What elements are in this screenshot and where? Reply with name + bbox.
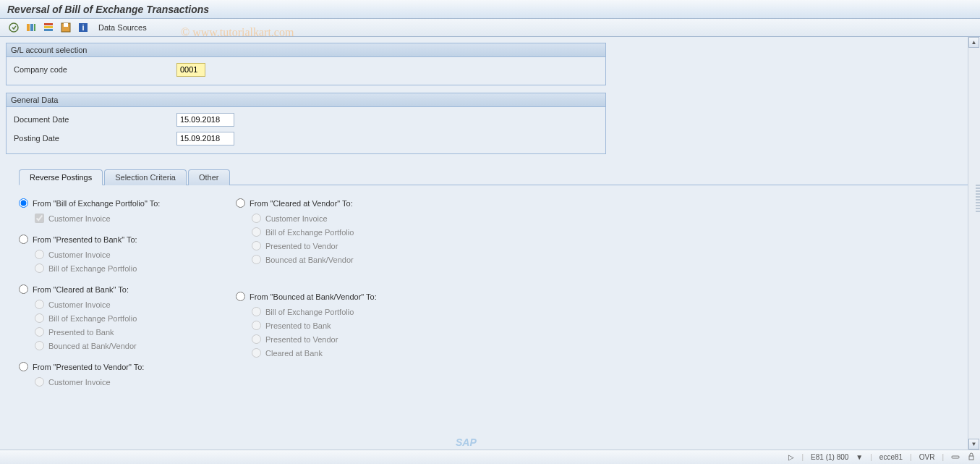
from-cleared-bank-label: From "Cleared at Bank" To:: [33, 285, 129, 294]
execute-icon[interactable]: [7, 21, 20, 34]
from-portfolio-block: From "Bill of Exchange Portfolio" To: Cu…: [19, 198, 236, 223]
from-bounced-block: From "Bounced at Bank/Vendor" To: Bill o…: [236, 292, 453, 358]
from-presented-vendor-radio[interactable]: [19, 362, 28, 371]
data-sources-button[interactable]: Data Sources: [94, 22, 151, 33]
svg-rect-8: [64, 23, 68, 27]
pb-opt-0: Customer Invoice: [48, 250, 111, 259]
cb-opt-2-radio: [35, 327, 44, 337]
from-bounced-radio[interactable]: [236, 292, 245, 301]
tab-strip: Reverse Postings Selection Criteria Othe…: [6, 169, 974, 398]
from-presented-bank-label: From "Presented to Bank" To:: [33, 235, 137, 244]
from-presented-vendor-block: From "Presented to Vendor" To: Customer …: [19, 362, 236, 387]
status-link-icon[interactable]: [951, 452, 960, 463]
scroll-down-arrow[interactable]: ▼: [968, 439, 979, 450]
dynamic-selections-icon[interactable]: [42, 21, 55, 34]
status-server: ecce81: [879, 453, 903, 461]
page-title: Reversal of Bill of Exchange Transaction…: [7, 4, 973, 15]
company-code-input[interactable]: [176, 63, 205, 77]
document-date-input[interactable]: [176, 113, 234, 127]
save-icon[interactable]: [59, 21, 72, 34]
cb-opt-3: Bounced at Bank/Vendor: [48, 342, 137, 350]
cv-opt-0: Customer Invoice: [265, 214, 328, 223]
svg-rect-5: [44, 26, 53, 28]
from-portfolio-radio[interactable]: [19, 198, 28, 208]
variant-icon[interactable]: [25, 21, 38, 34]
svg-rect-11: [952, 456, 959, 458]
cv-opt-0-radio: [252, 214, 261, 223]
cv-opt-3-radio: [252, 255, 261, 264]
from-cleared-vendor-block: From "Cleared at Vendor" To: Customer In…: [236, 198, 453, 264]
gl-account-group: G/L account selection Company code: [6, 43, 606, 85]
from-bounced-label: From "Bounced at Bank/Vendor" To:: [250, 292, 377, 301]
cv-opt-1-radio: [252, 227, 261, 237]
cv-opt-1: Bill of Exchange Portfolio: [265, 228, 354, 237]
from-portfolio-label: From "Bill of Exchange Portfolio" To:: [33, 199, 160, 208]
document-date-label: Document Date: [14, 115, 176, 124]
bv-opt-0-radio: [252, 307, 261, 316]
cb-opt-2: Presented to Bank: [48, 328, 114, 337]
status-bar: ▷ | E81 (1) 800 ▼ | ecce81 | OVR |: [0, 450, 980, 464]
from-cleared-bank-radio[interactable]: [19, 284, 28, 294]
cb-opt-1: Bill of Exchange Portfolio: [48, 314, 137, 323]
svg-rect-6: [44, 29, 53, 31]
resize-grip[interactable]: [976, 185, 980, 214]
cv-opt-2: Presented to Vendor: [265, 242, 338, 250]
svg-text:i: i: [82, 23, 84, 32]
cv-opt-2-radio: [252, 241, 261, 250]
dropdown-icon[interactable]: ▼: [856, 453, 863, 461]
cv-opt-3: Bounced at Bank/Vendor: [265, 256, 354, 264]
general-group-header: General Data: [7, 93, 605, 107]
status-session: E81 (1) 800: [811, 453, 848, 461]
cb-opt-1-radio: [35, 313, 44, 323]
company-code-label: Company code: [14, 65, 176, 74]
tab-other[interactable]: Other: [188, 169, 230, 185]
status-lock-icon[interactable]: [967, 452, 976, 463]
general-data-group: General Data Document Date Posting Date: [6, 93, 606, 154]
pb-opt-1-radio: [35, 263, 44, 273]
cb-opt-0-radio: [35, 300, 44, 309]
tab-content-reverse: From "Bill of Exchange Portfolio" To: Cu…: [19, 185, 974, 398]
status-mode: OVR: [919, 453, 935, 461]
content-area: G/L account selection Company code Gener…: [0, 37, 980, 450]
pv-opt-0: Customer Invoice: [48, 378, 111, 387]
from-cleared-bank-block: From "Cleared at Bank" To: Customer Invo…: [19, 284, 236, 350]
bv-opt-2-radio: [252, 334, 261, 344]
bv-opt-1: Presented to Bank: [265, 321, 331, 330]
bv-opt-3: Cleared at Bank: [265, 349, 323, 358]
title-bar: Reversal of Bill of Exchange Transaction…: [0, 0, 980, 19]
svg-rect-4: [44, 23, 53, 25]
gl-group-header: G/L account selection: [7, 43, 605, 57]
bv-opt-3-radio: [252, 348, 261, 358]
from-cleared-vendor-label: From "Cleared at Vendor" To:: [250, 199, 353, 208]
info-icon[interactable]: i: [77, 21, 90, 34]
status-nav-icon[interactable]: ▷: [788, 453, 794, 461]
portfolio-opt-0: Customer Invoice: [48, 214, 111, 223]
pb-opt-0-radio: [35, 250, 44, 259]
pv-opt-0-radio: [35, 377, 44, 387]
bv-opt-0: Bill of Exchange Portfolio: [265, 308, 354, 316]
toolbar: i Data Sources: [0, 19, 980, 37]
cb-opt-3-radio: [35, 341, 44, 350]
tab-reverse-postings[interactable]: Reverse Postings: [19, 169, 103, 185]
svg-point-0: [9, 23, 18, 32]
portfolio-customer-invoice-check: [35, 214, 44, 223]
svg-rect-3: [34, 24, 35, 31]
scroll-up-arrow[interactable]: ▲: [968, 37, 979, 48]
svg-rect-1: [27, 24, 30, 31]
posting-date-input[interactable]: [176, 132, 234, 145]
vertical-scrollbar[interactable]: ▲ ▼: [968, 37, 980, 450]
from-cleared-vendor-radio[interactable]: [236, 198, 245, 208]
from-presented-bank-radio[interactable]: [19, 235, 28, 244]
tab-selection-criteria[interactable]: Selection Criteria: [104, 169, 187, 185]
cb-opt-0: Customer Invoice: [48, 300, 111, 309]
from-presented-vendor-label: From "Presented to Vendor" To:: [33, 363, 144, 371]
svg-rect-12: [969, 456, 973, 460]
pb-opt-1: Bill of Exchange Portfolio: [48, 264, 137, 273]
bv-opt-2: Presented to Vendor: [265, 335, 338, 344]
posting-date-label: Posting Date: [14, 134, 176, 143]
svg-rect-2: [30, 24, 33, 31]
bv-opt-1-radio: [252, 321, 261, 330]
from-presented-bank-block: From "Presented to Bank" To: Customer In…: [19, 235, 236, 273]
